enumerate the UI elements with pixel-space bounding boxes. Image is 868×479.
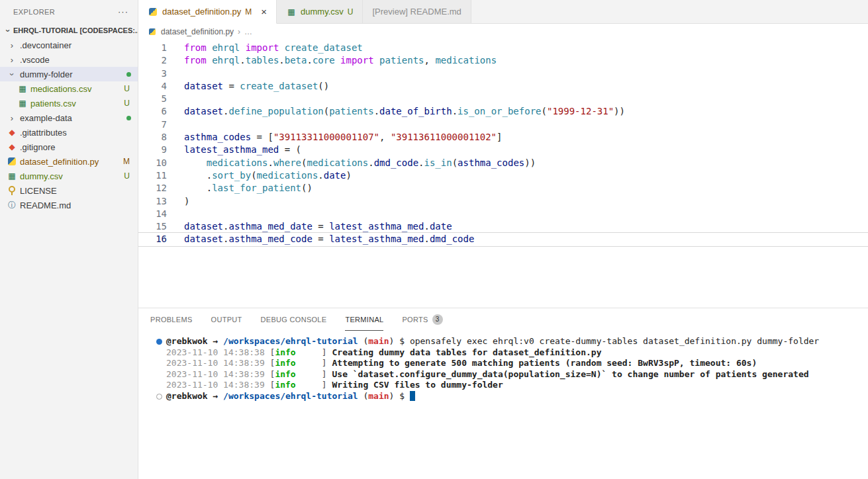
code-editor[interactable]: 1from ehrql import create_dataset2from e…	[138, 40, 868, 308]
breadcrumb-more[interactable]: …	[244, 27, 252, 36]
line-number: 1	[138, 42, 167, 54]
line-content: dataset.define_population(patients.date_…	[167, 105, 625, 118]
code-line[interactable]: 2from ehrql.tables.beta.core import pati…	[138, 54, 868, 67]
panel-tab-debug-console[interactable]: DEBUG CONSOLE	[261, 308, 327, 331]
line-content: dataset = create_dataset()	[167, 80, 329, 93]
code-token: import	[246, 42, 279, 53]
panel-tab-terminal[interactable]: TERMINAL	[345, 308, 383, 331]
line-content: latest_asthma_med = (	[167, 144, 301, 156]
ports-count-badge: 3	[432, 314, 443, 325]
more-actions-icon[interactable]: ···	[118, 7, 128, 17]
line-number: 2	[138, 54, 167, 67]
code-line[interactable]: 13)	[138, 195, 868, 208]
vscode-window: EXPLORER ··· › EHRQL-TUTORIAL [CODESPACE…	[0, 0, 868, 479]
tree-item-dataset-definition-py[interactable]: dataset_definition.pyM	[0, 154, 138, 169]
tree-item-dummy-folder[interactable]: ›dummy-folder	[0, 67, 138, 81]
code-token: .	[418, 157, 424, 168]
line-content: dataset.asthma_med_code = latest_asthma_…	[167, 233, 474, 245]
workspace-section-header[interactable]: › EHRQL-TUTORIAL [CODESPACES:...	[0, 23, 138, 38]
code-token: = (	[279, 144, 301, 155]
chevron-down-icon: ›	[7, 69, 17, 79]
line-content	[167, 208, 184, 220]
tree-item-example-data[interactable]: ›example-data	[0, 110, 138, 125]
tabbar-filler	[471, 0, 868, 24]
code-line[interactable]: 1from ehrql import create_dataset	[138, 42, 868, 54]
code-line[interactable]: 4dataset = create_dataset()	[138, 80, 868, 93]
code-line[interactable]: 5	[138, 93, 868, 105]
close-icon[interactable]: ×	[261, 7, 267, 17]
tree-item-vscode[interactable]: ›.vscode	[0, 52, 138, 67]
code-token: date	[430, 221, 452, 232]
code-line[interactable]: 11 .sort_by(medications.date)	[138, 169, 868, 182]
tree-item-devcontainer[interactable]: ›.devcontainer	[0, 38, 138, 52]
code-token: .	[279, 55, 284, 65]
explorer-sidebar: EXPLORER ··· › EHRQL-TUTORIAL [CODESPACE…	[0, 0, 138, 479]
csv-icon: ▦	[286, 7, 297, 17]
breadcrumb[interactable]: dataset_definition.py › …	[138, 24, 868, 40]
line-number: 13	[138, 195, 167, 208]
code-token: create_dataset	[240, 81, 318, 91]
panel-tab-output[interactable]: OUTPUT	[211, 308, 242, 331]
tree-item-gitattributes[interactable]: ◆.gitattributes	[0, 125, 138, 140]
git-status-badge: U	[348, 7, 354, 17]
tree-item-patients-csv[interactable]: ▦patients.csvU	[0, 96, 138, 110]
code-token	[184, 157, 207, 168]
tree-item-medications-csv[interactable]: ▦medications.csvU	[0, 81, 138, 96]
terminal[interactable]: @rebkwok → /workspaces/ehrql-tutorial (m…	[138, 331, 868, 402]
line-number: 8	[138, 131, 167, 144]
tree-item-license[interactable]: LICENSE	[0, 183, 138, 198]
code-token	[240, 42, 245, 53]
code-line[interactable]: 9latest_asthma_med = (	[138, 144, 868, 156]
code-token: dmd_code	[430, 234, 474, 244]
code-line[interactable]: 12 .last_for_patient()	[138, 182, 868, 195]
tree-item-dummy-csv[interactable]: ▦dummy.csvU	[0, 169, 138, 183]
tab-dataset-definition-py[interactable]: dataset_definition.pyM×	[138, 0, 277, 24]
terminal-line: 2023-11-10 14:38:38 [info ] Creating dum…	[166, 347, 863, 359]
code-line[interactable]: 15dataset.asthma_med_date = latest_asthm…	[138, 220, 868, 233]
code-line[interactable]: 6dataset.define_population(patients.date…	[138, 105, 868, 118]
file-label: .gitignore	[20, 142, 55, 152]
code-token: medications	[435, 55, 497, 65]
tab-preview-readme-md[interactable]: [Preview] README.md	[363, 0, 471, 24]
tree-item-readme-md[interactable]: ⓘREADME.md	[0, 198, 138, 212]
line-number: 12	[138, 182, 167, 195]
code-token: beta	[285, 55, 307, 65]
terminal-line: 2023-11-10 14:38:39 [info ] Use `dataset…	[166, 369, 863, 380]
code-token: medications	[207, 157, 268, 168]
code-token: .	[452, 106, 458, 116]
code-line[interactable]: 3	[138, 67, 868, 80]
file-label: example-data	[20, 113, 72, 123]
tree-item-gitignore[interactable]: ◆.gitignore	[0, 140, 138, 154]
terminal-text: ]	[296, 369, 332, 379]
code-area[interactable]: 1from ehrql import create_dataset2from e…	[138, 40, 868, 246]
code-token	[335, 55, 340, 65]
breadcrumb-file[interactable]: dataset_definition.py	[161, 27, 234, 36]
tab-label: [Preview] README.md	[372, 7, 461, 17]
line-number: 5	[138, 93, 167, 105]
csv-icon: ▦	[7, 171, 17, 181]
line-content: medications.where(medications.dmd_code.i…	[167, 157, 536, 169]
terminal-text: Attempting to generate 500 matching pati…	[332, 358, 757, 368]
terminal-text: 2023-11-10 14:38:39	[166, 380, 270, 390]
code-line[interactable]: 16dataset.asthma_med_code = latest_asthm…	[138, 233, 868, 245]
chevron-right-icon: ›	[238, 27, 240, 36]
file-label: LICENSE	[20, 186, 57, 196]
tab-dummy-csv[interactable]: ▦dummy.csvU	[277, 0, 363, 24]
file-tree: ›.devcontainer›.vscode›dummy-folder▦medi…	[0, 38, 138, 212]
code-token	[207, 42, 212, 53]
code-line[interactable]: 7	[138, 118, 868, 131]
python-icon	[148, 27, 157, 36]
file-label: patients.csv	[30, 99, 76, 109]
panel-tab-label: PORTS	[402, 316, 428, 324]
terminal-text: 2023-11-10 14:38:39	[166, 358, 270, 368]
code-token: tables	[246, 55, 279, 65]
panel-tab-problems[interactable]: PROBLEMS	[150, 308, 193, 331]
panel-tabbar: PROBLEMSOUTPUTDEBUG CONSOLETERMINALPORTS…	[138, 308, 868, 331]
code-line[interactable]: 10 medications.where(medications.dmd_cod…	[138, 157, 868, 169]
panel-tab-ports[interactable]: PORTS3	[402, 308, 442, 331]
code-token: ,	[379, 132, 391, 142]
csv-icon: ▦	[17, 83, 28, 94]
code-line[interactable]: 14	[138, 208, 868, 220]
code-line[interactable]: 8asthma_codes = ["39113311000001107", "3…	[138, 131, 868, 144]
code-token: (	[251, 170, 256, 181]
